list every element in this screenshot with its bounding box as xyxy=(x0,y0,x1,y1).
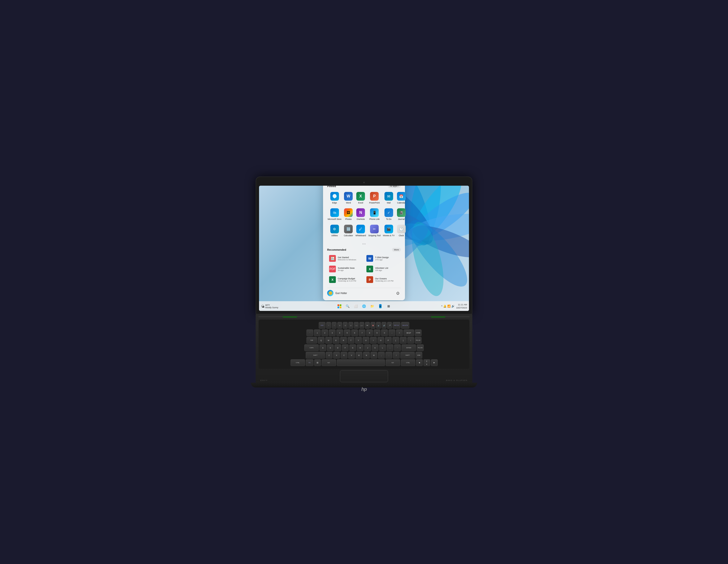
key-f7[interactable]: ▷▷ xyxy=(359,322,364,329)
taskbar-edge-button[interactable]: 🌐 xyxy=(361,303,367,310)
key-win[interactable]: ⊞ xyxy=(314,359,321,366)
weather-widget[interactable]: 🌤 68°F Mostly Sunny xyxy=(261,304,278,309)
app-photos[interactable]: 🖼 Photos xyxy=(343,207,353,222)
key-f12[interactable]: 🎤 xyxy=(387,322,392,329)
key-x[interactable]: X xyxy=(333,352,340,359)
key-lalt[interactable]: ALT xyxy=(322,359,336,366)
notification-icon[interactable]: 🔔 xyxy=(443,305,447,308)
key-delete[interactable]: DELETE xyxy=(401,322,409,329)
key-pgdn[interactable]: PG DN xyxy=(417,345,424,351)
key-i[interactable]: I xyxy=(370,337,377,344)
taskbar-search-button[interactable]: 🔍 xyxy=(344,303,351,310)
key-y[interactable]: Y xyxy=(355,337,362,344)
key-s[interactable]: S xyxy=(327,345,334,351)
trackpad[interactable] xyxy=(340,370,388,382)
key-p[interactable]: P xyxy=(385,337,392,344)
taskview-button[interactable]: ⬜ xyxy=(352,303,359,310)
key-8[interactable]: 8 xyxy=(366,330,373,336)
app-word[interactable]: W Word xyxy=(343,190,353,205)
app-edge[interactable]: Edge xyxy=(327,190,342,205)
key-7[interactable]: 7 xyxy=(359,330,365,336)
app-msstore[interactable]: 🛍 Microsoft Store xyxy=(327,207,342,222)
key-semicolon[interactable]: ; xyxy=(387,345,393,351)
rec-oceans[interactable]: P Our Oceans Yesterday at 1:15 PM xyxy=(364,275,401,285)
key-f5[interactable]: ⊡ xyxy=(348,322,353,329)
key-esc[interactable]: ESC xyxy=(319,322,325,329)
key-f3[interactable]: ⟳ xyxy=(337,322,342,329)
key-o[interactable]: O xyxy=(377,337,384,344)
key-d[interactable]: D xyxy=(334,345,341,351)
key-lctrl[interactable]: CTRL xyxy=(291,359,305,366)
rec-get-started[interactable]: 🪟 Get Started Welcome to Windows xyxy=(327,253,364,263)
app-phonelink[interactable]: 📱 Phone Link xyxy=(368,207,381,222)
key-lshift[interactable]: SHIFT xyxy=(306,352,325,359)
key-q[interactable]: Q xyxy=(318,337,325,344)
key-quote[interactable]: ' xyxy=(394,345,401,351)
key-equals[interactable]: = xyxy=(396,330,403,336)
key-home[interactable]: HOME xyxy=(415,330,422,336)
key-right[interactable]: ▶ xyxy=(431,359,438,366)
app-whiteboard[interactable]: 🖊 Whiteboard xyxy=(355,223,366,238)
key-backspace[interactable]: BKSP xyxy=(403,330,414,336)
key-slash[interactable]: / xyxy=(393,352,400,359)
user-info[interactable]: 😊 Guri Holter xyxy=(327,290,347,296)
key-end[interactable]: END xyxy=(416,352,422,359)
app-snipping[interactable]: ✂ Snipping Tool xyxy=(368,223,381,238)
key-rctrl[interactable]: CTRL xyxy=(401,359,415,366)
key-prtsc[interactable]: PRT SC xyxy=(393,322,400,329)
key-a[interactable]: A xyxy=(319,345,326,351)
key-3[interactable]: 3 xyxy=(329,330,336,336)
key-e[interactable]: E xyxy=(333,337,339,344)
start-button[interactable] xyxy=(336,303,343,310)
rec-volunteer[interactable]: X Volunteer List 12h ago xyxy=(364,264,401,274)
key-v[interactable]: V xyxy=(348,352,355,359)
app-clock[interactable]: 🕐 Clock xyxy=(397,223,406,238)
key-h[interactable]: H xyxy=(357,345,364,351)
key-lbracket[interactable]: [ xyxy=(392,337,399,344)
key-rshift[interactable]: SHIFT xyxy=(400,352,415,359)
key-5[interactable]: 5 xyxy=(344,330,351,336)
key-space[interactable] xyxy=(337,359,385,366)
key-r[interactable]: R xyxy=(340,337,347,344)
key-f[interactable]: F xyxy=(342,345,349,351)
key-rbracket[interactable]: ] xyxy=(400,337,407,344)
key-g[interactable]: G xyxy=(349,345,356,351)
chevron-icon[interactable]: ^ xyxy=(441,305,442,308)
key-6[interactable]: 6 xyxy=(351,330,358,336)
taskbar-app-button[interactable]: ⊞ xyxy=(385,303,392,310)
key-period[interactable]: . xyxy=(385,352,392,359)
clock-display[interactable]: 11:11 AM 10/27/2023 xyxy=(456,303,467,309)
key-9[interactable]: 9 xyxy=(374,330,380,336)
key-backslash[interactable]: \ xyxy=(407,337,414,344)
key-f6[interactable]: ◁◁ xyxy=(354,322,359,329)
rec-campaign[interactable]: X Campaign Budget Yesterday at 4:24 PM xyxy=(327,275,364,285)
key-enter[interactable]: ENTER xyxy=(402,345,416,351)
wifi-icon[interactable]: 📶 xyxy=(447,305,451,308)
key-l[interactable]: L xyxy=(379,345,386,351)
key-b[interactable]: B xyxy=(356,352,362,359)
key-z[interactable]: Z xyxy=(326,352,332,359)
app-todo[interactable]: ✓ To Do xyxy=(383,207,395,222)
key-k[interactable]: K xyxy=(372,345,378,351)
key-f1[interactable]: ☼ xyxy=(326,322,331,329)
app-calendar[interactable]: 📅 Calendar xyxy=(397,190,406,205)
key-j[interactable]: J xyxy=(364,345,371,351)
key-fn[interactable]: FN xyxy=(306,359,313,366)
key-u[interactable]: U xyxy=(363,337,369,344)
key-comma[interactable]: , xyxy=(378,352,385,359)
key-1[interactable]: 1 xyxy=(314,330,321,336)
app-onenote[interactable]: N OneNote xyxy=(355,207,366,222)
key-w[interactable]: W xyxy=(325,337,332,344)
key-left[interactable]: ◀ xyxy=(416,359,423,366)
key-t[interactable]: T xyxy=(348,337,354,344)
key-f2[interactable]: ☼ xyxy=(332,322,337,329)
app-movies[interactable]: 🎬 Movies & TV xyxy=(383,223,395,238)
key-2[interactable]: 2 xyxy=(321,330,328,336)
taskbar-browser-button[interactable]: e xyxy=(377,303,384,310)
rec-tshirt[interactable]: W T-Shirt Design 17m ago xyxy=(364,253,401,263)
key-f4[interactable]: ⊡ xyxy=(343,322,348,329)
key-backtick[interactable]: ` xyxy=(306,330,313,336)
all-apps-button[interactable]: All apps › xyxy=(388,186,401,188)
key-n[interactable]: N xyxy=(363,352,370,359)
key-f10[interactable]: 🔉 xyxy=(376,322,381,329)
